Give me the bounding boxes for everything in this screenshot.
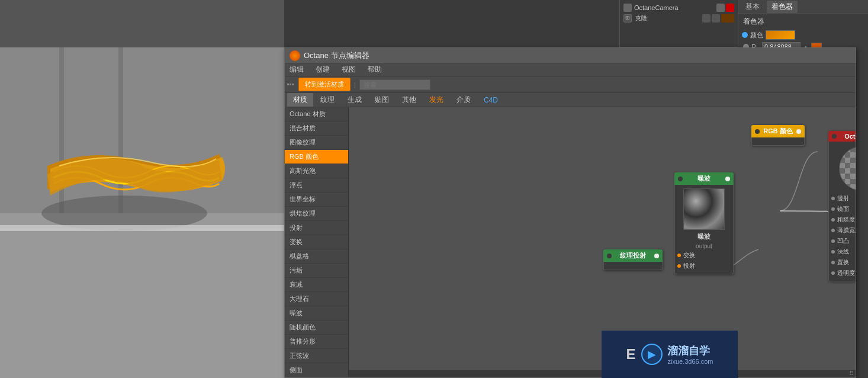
port-bump: 凹凸 [831, 236, 856, 246]
port-normal: 法线 [831, 246, 856, 257]
svg-rect-3 [0, 213, 284, 378]
node-dirt[interactable]: 污垢 [285, 264, 348, 278]
clone-label: 克隆 [635, 14, 647, 23]
tab-c4d[interactable]: C4D [478, 94, 504, 106]
port-dot-transform [677, 254, 681, 257]
noise-preview [683, 188, 725, 230]
node-octdiffuse-box[interactable]: OctDiffuse 漫射 镜面 粗糙度 [828, 131, 856, 281]
pd8 [831, 271, 835, 275]
watermark-brand-text: 溜溜自学 [667, 344, 713, 358]
node-texture-proj-box[interactable]: 纹理投射 [603, 249, 663, 270]
noise-label: 噪波 [677, 231, 731, 242]
octane-content: Octane 材质 混合材质 图像纹理 RGB 颜色 高斯光泡 浮点 世界坐标 … [285, 107, 856, 377]
tab-material[interactable]: 材质 [287, 93, 313, 107]
shader-section-label: 着色器 [738, 14, 868, 29]
camera-icon [623, 4, 632, 12]
node-side[interactable]: 侧面 [285, 363, 348, 377]
node-float[interactable]: 浮点 [285, 178, 348, 193]
camera-panel: OctaneCamera ⊞ 克隆 [619, 0, 738, 47]
port-specular: 镜面 [831, 204, 856, 214]
node-checkerboard[interactable]: 棋盘格 [285, 249, 348, 264]
node-rgb-color-box[interactable]: RGB 颜色 [751, 125, 805, 146]
port-projection-noise: 投射 [677, 261, 731, 271]
octane-menu-bar: 编辑 创建 视图 帮助 [285, 63, 856, 76]
node-sidebar[interactable]: Octane 材质 混合材质 图像纹理 RGB 颜色 高斯光泡 浮点 世界坐标 … [285, 107, 349, 377]
node-rgb-title: RGB 颜色 [763, 127, 793, 136]
menu-help[interactable]: 帮助 [365, 63, 384, 76]
tab-shader[interactable]: 着色器 [767, 1, 798, 13]
camera-row: OctaneCamera [622, 2, 735, 13]
tab-basic[interactable]: 基本 [741, 1, 764, 13]
tab-other[interactable]: 其他 [396, 93, 422, 107]
port-transform-noise: 变换 [677, 250, 731, 261]
camera-control-2[interactable] [726, 4, 734, 12]
viewport-scene [0, 0, 284, 378]
node-projection[interactable]: 投射 [285, 221, 348, 235]
node-falloff[interactable]: 衰减 [285, 278, 348, 292]
node-rgb-color-list[interactable]: RGB 颜色 [285, 150, 348, 164]
node-image-texture[interactable]: 图像纹理 [285, 136, 348, 150]
tab-emission[interactable]: 发光 [423, 93, 449, 107]
viewport-3d[interactable]: MeshGen:2ms. Update[M]:0ms. Mesh:25 Node… [0, 0, 284, 378]
node-random-color[interactable]: 随机颜色 [285, 321, 348, 335]
node-texproj-dot-right [654, 254, 659, 258]
node-marble[interactable]: 大理石 [285, 292, 348, 306]
activate-material-btn[interactable]: 转到激活材质 [298, 78, 351, 91]
clone-row: ⊞ 克隆 [622, 13, 735, 24]
port-dot-projection [677, 264, 681, 268]
svg-rect-1 [0, 0, 284, 47]
node-texproj-body [603, 262, 663, 270]
node-texproj-dot-left [607, 254, 612, 258]
color-row: 颜色 [738, 29, 868, 41]
tab-texture[interactable]: 纹理 [314, 93, 340, 107]
node-octane-material[interactable]: Octane 材质 [285, 107, 348, 121]
tab-medium[interactable]: 介质 [451, 93, 477, 107]
node-bake-texture[interactable]: 烘焙纹理 [285, 207, 348, 221]
node-oct-body: 漫射 镜面 粗糙度 薄膜宽度 [828, 142, 856, 281]
node-texproj-title: 纹理投射 [620, 251, 646, 260]
menu-edit[interactable]: 编辑 [287, 63, 306, 76]
search-input[interactable] [359, 79, 430, 90]
menu-view[interactable]: 视图 [339, 63, 358, 76]
tab-generate[interactable]: 生成 [342, 93, 368, 107]
node-gaussian[interactable]: 高斯光泡 [285, 164, 348, 178]
watermark-content: E [626, 346, 636, 363]
octane-title-bar[interactable]: Octane 节点编辑器 [285, 48, 856, 63]
camera-control-1[interactable] [716, 4, 725, 12]
color-swatch[interactable] [766, 30, 795, 40]
node-rgb-dot-right [796, 129, 801, 134]
port-diffuse: 漫射 [831, 193, 856, 204]
right-panel-header: 基本 着色器 [738, 0, 868, 14]
resize-handle-icon[interactable]: ⠿ [849, 370, 853, 377]
tab-map[interactable]: 贴图 [369, 93, 395, 107]
watermark-brand: ▶ [641, 344, 663, 365]
node-noise-dot-left [678, 177, 683, 181]
pd6 [831, 250, 835, 254]
pd2 [831, 207, 835, 211]
node-noise-title: 噪波 [697, 174, 711, 183]
octane-window-title: Octane 节点编辑器 [304, 50, 369, 61]
node-noise-box[interactable]: 噪波 噪波 output 变换 投射 [674, 172, 734, 274]
toolbar-grid-icon [287, 84, 294, 85]
watermark-url-text: zixue.3d66.com [667, 358, 713, 365]
node-sine-wave[interactable]: 正弦波 [285, 349, 348, 363]
node-world-coords[interactable]: 世界坐标 [285, 193, 348, 207]
port-roughness: 粗糙度 [831, 214, 856, 225]
svg-rect-7 [0, 225, 284, 231]
tab-bar: 材质 纹理 生成 贴图 其他 发光 介质 C4D [285, 93, 856, 107]
node-transform[interactable]: 变换 [285, 235, 348, 249]
octane-toolbar: 转到激活材质 | [285, 76, 856, 93]
mat-preview [839, 146, 856, 191]
node-noise-list[interactable]: 噪波 [285, 306, 348, 321]
node-rgb-dot-left [755, 129, 760, 134]
node-poly-fractal[interactable]: 普推分形 [285, 335, 348, 349]
pd5 [831, 239, 835, 243]
clone-icon: ⊞ [623, 14, 632, 23]
menu-create[interactable]: 创建 [313, 63, 332, 76]
clone-control-2 [712, 14, 720, 23]
octane-logo-icon [290, 50, 300, 61]
node-mix-material[interactable]: 混合材质 [285, 121, 348, 136]
node-noise-body: 噪波 output 变换 投射 [674, 185, 734, 274]
camera-name-label: OctaneCamera [634, 4, 679, 11]
clone-preview [721, 14, 734, 23]
